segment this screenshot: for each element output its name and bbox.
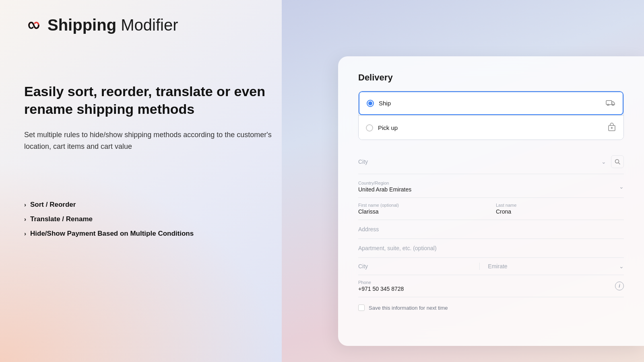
emirate-placeholder: Emirate: [488, 263, 507, 269]
country-row: Country/Region United Arab Emirates ⌄: [358, 176, 624, 198]
logo-text: Shipping Modifier: [47, 16, 178, 34]
phone-value: +971 50 345 8728: [358, 286, 404, 292]
hero-subtext: Set multiple rules to hide/show shipping…: [24, 129, 274, 152]
pickup-radio[interactable]: [366, 124, 373, 132]
city-label: City: [358, 263, 368, 269]
delivery-form-card: Delivery Ship Pick up: [338, 56, 644, 346]
chevron-right-icon: ›: [24, 230, 26, 237]
chevron-right-icon: ›: [24, 216, 26, 222]
ship-option[interactable]: Ship: [359, 91, 623, 115]
feature-hide-show: › Hide/Show Payment Based on Multiple Co…: [24, 230, 274, 238]
svg-line-5: [619, 163, 620, 165]
apartment-placeholder: Apartment, suite, etc. (optional): [358, 245, 437, 251]
delivery-title: Delivery: [358, 72, 624, 83]
apartment-row: Apartment, suite, etc. (optional): [358, 239, 624, 258]
logo: Shipping Modifier: [24, 16, 274, 34]
last-name-label: Last name: [496, 203, 624, 208]
city-field: City: [358, 263, 480, 270]
svg-point-2: [612, 104, 614, 106]
first-name-field: First name (optional) Clarissa: [358, 203, 486, 215]
city-placeholder: City: [358, 158, 368, 165]
country-row-flex: Country/Region United Arab Emirates ⌄: [358, 181, 624, 193]
ship-label: Ship: [379, 100, 391, 107]
address-placeholder: Address: [358, 226, 379, 232]
first-name-value: Clarissa: [358, 208, 486, 215]
feature-translate: › Translate / Rename: [24, 215, 274, 223]
ship-icon: [606, 99, 615, 108]
pickup-label: Pick up: [378, 124, 398, 131]
emirate-chevron-icon: ⌄: [619, 263, 624, 269]
features-list: › Sort / Reorder › Translate / Rename › …: [24, 201, 274, 238]
chevron-right-icon: ›: [24, 201, 26, 208]
left-section: Shipping Modifier Easily sort, reorder, …: [24, 16, 274, 238]
pickup-option-left: Pick up: [366, 124, 398, 132]
ship-radio[interactable]: [367, 100, 374, 107]
save-checkbox[interactable]: [358, 304, 365, 311]
svg-point-1: [607, 104, 609, 106]
city-row-right: ⌄: [601, 155, 624, 168]
svg-rect-0: [606, 101, 612, 105]
last-name-value: Crona: [496, 208, 624, 215]
phone-label: Phone: [358, 280, 404, 285]
country-field: Country/Region United Arab Emirates: [358, 181, 411, 193]
search-icon[interactable]: [611, 155, 624, 168]
save-row[interactable]: Save this information for next time: [358, 297, 624, 311]
phone-row: Phone +971 50 345 8728 i: [358, 275, 624, 297]
last-name-field: Last name Crona: [496, 203, 624, 215]
hero-headline: Easily sort, reorder, translate or even …: [24, 82, 274, 118]
country-chevron-icon: ⌄: [619, 183, 624, 190]
country-label: Country/Region: [358, 181, 411, 185]
ship-option-left: Ship: [367, 100, 391, 107]
pickup-icon: [607, 122, 616, 133]
city-search-row: City ⌄: [358, 150, 624, 174]
names-row: First name (optional) Clarissa Last name…: [358, 198, 624, 220]
country-value: United Arab Emirates: [358, 186, 411, 193]
first-name-label: First name (optional): [358, 203, 486, 208]
pickup-option[interactable]: Pick up: [359, 115, 623, 140]
save-label: Save this information for next time: [369, 305, 448, 311]
info-icon: i: [615, 282, 624, 290]
infinity-icon: [24, 19, 43, 32]
address-row: Address: [358, 220, 624, 239]
chevron-down-icon: ⌄: [601, 158, 606, 165]
emirate-field: Emirate ⌄: [480, 263, 624, 270]
phone-field: Phone +971 50 345 8728: [358, 280, 404, 292]
feature-sort: › Sort / Reorder: [24, 201, 274, 209]
delivery-options: Ship Pick up: [358, 91, 624, 140]
city-emirate-row: City Emirate ⌄: [358, 258, 624, 275]
